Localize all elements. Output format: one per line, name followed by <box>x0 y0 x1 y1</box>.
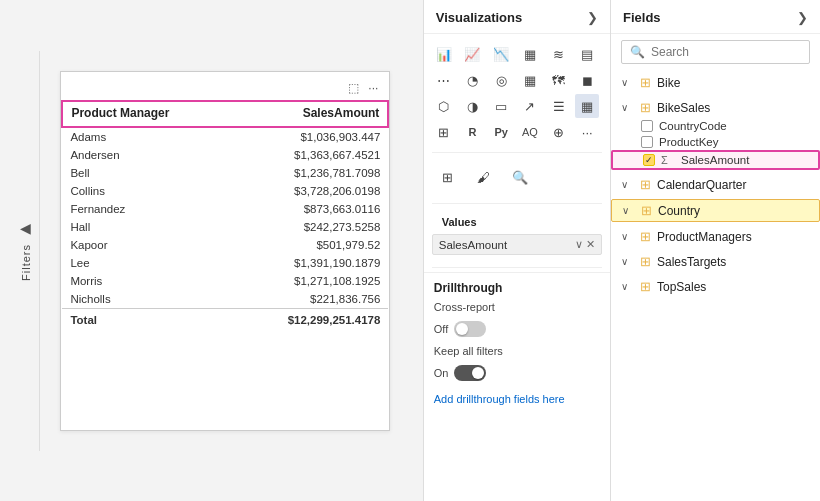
more-options-icon[interactable]: ··· <box>365 80 381 96</box>
field-group-header-productmanagers[interactable]: ∨ ⊞ ProductManagers <box>611 226 820 247</box>
viz-donut[interactable]: ◎ <box>489 68 513 92</box>
table-cell-amount: $1,036,903.447 <box>230 127 388 146</box>
viz-waterfall-chart[interactable]: ▤ <box>575 42 599 66</box>
table-row: Bell $1,236,781.7098 <box>62 164 388 182</box>
table-cell-amount: $1,391,190.1879 <box>230 254 388 272</box>
viz-r-script[interactable]: R <box>460 120 484 144</box>
field-group-topsales: ∨ ⊞ TopSales <box>611 274 820 299</box>
viz-funnel[interactable]: ⬡ <box>432 94 456 118</box>
group-label: CalendarQuarter <box>657 178 746 192</box>
field-item-countrycode[interactable]: CountryCode <box>611 118 820 134</box>
sigma-icon: Σ <box>661 154 675 166</box>
field-group-productmanagers: ∨ ⊞ ProductManagers <box>611 224 820 249</box>
viz-kpi[interactable]: ↗ <box>518 94 542 118</box>
filters-sidebar: ◀ Filters <box>12 51 40 451</box>
visualizations-arrow[interactable]: ❯ <box>587 10 598 25</box>
cross-report-toggle[interactable] <box>454 321 486 337</box>
viz-format-icon[interactable]: 🖌 <box>468 161 500 193</box>
field-group-header-calendarquarter[interactable]: ∨ ⊞ CalendarQuarter <box>611 174 820 195</box>
viz-aq[interactable]: AQ <box>518 120 542 144</box>
viz-line-chart[interactable]: 📉 <box>489 42 513 66</box>
field-group-header-country[interactable]: ∨ ⊞ Country <box>611 199 820 222</box>
viz-python[interactable]: Py <box>489 120 513 144</box>
field-item-salesamount[interactable]: ✓ Σ SalesAmount <box>611 150 820 170</box>
values-label: Values <box>432 212 602 230</box>
field-group-header-bike[interactable]: ∨ ⊞ Bike <box>611 72 820 93</box>
filters-label: Filters <box>20 244 32 281</box>
field-group-header-topsales[interactable]: ∨ ⊞ TopSales <box>611 276 820 297</box>
viz-matrix[interactable]: ⊞ <box>432 120 456 144</box>
viz-area-chart[interactable]: ▦ <box>518 42 542 66</box>
table-cell-name: Adams <box>62 127 230 146</box>
field-checkbox: ✓ <box>643 154 655 166</box>
field-group-header-salestargets[interactable]: ∨ ⊞ SalesTargets <box>611 251 820 272</box>
keep-filters-label-row: Keep all filters <box>434 345 600 357</box>
viz-ribbon-chart[interactable]: ≋ <box>547 42 571 66</box>
field-group-bikesales: ∨ ⊞ BikeSales CountryCode ProductKey ✓ Σ… <box>611 95 820 172</box>
table-cell-amount: $3,728,206.0198 <box>230 182 388 200</box>
values-tag[interactable]: SalesAmount ∨ ✕ <box>432 234 602 255</box>
table-row: Fernandez $873,663.0116 <box>62 200 388 218</box>
keep-filters-toggle[interactable] <box>454 365 486 381</box>
viz-fields-icon[interactable]: ⊞ <box>432 161 464 193</box>
filters-collapse-arrow[interactable]: ◀ <box>20 220 31 236</box>
viz-filled-map[interactable]: ◼ <box>575 68 599 92</box>
table-cell-name: Kapoor <box>62 236 230 254</box>
table-cell-name: Hall <box>62 218 230 236</box>
field-label: CountryCode <box>659 120 727 132</box>
table-cell-name: Andersen <box>62 146 230 164</box>
search-input[interactable] <box>651 45 801 59</box>
field-checkbox <box>641 120 653 132</box>
viz-analytics-icon[interactable]: 🔍 <box>504 161 536 193</box>
group-label: Country <box>658 204 700 218</box>
table-row: Hall $242,273.5258 <box>62 218 388 236</box>
group-label: TopSales <box>657 280 706 294</box>
data-table: Product Manager SalesAmount Adams $1,036… <box>61 100 389 329</box>
group-label: SalesTargets <box>657 255 726 269</box>
add-drillthrough-button[interactable]: Add drillthrough fields here <box>434 389 600 409</box>
table-cell-amount: $1,236,781.7098 <box>230 164 388 182</box>
viz-map[interactable]: 🗺 <box>547 68 571 92</box>
table-cell-name: Fernandez <box>62 200 230 218</box>
viz-more[interactable]: ··· <box>575 120 599 144</box>
field-group-header-bikesales[interactable]: ∨ ⊞ BikeSales <box>611 97 820 118</box>
viz-column-chart[interactable]: 📈 <box>460 42 484 66</box>
search-box[interactable]: 🔍 <box>621 40 810 64</box>
viz-treemap[interactable]: ▦ <box>518 68 542 92</box>
viz-table[interactable]: ▦ <box>575 94 599 118</box>
values-chevron-icon[interactable]: ∨ <box>575 238 583 251</box>
viz-pie[interactable]: ◔ <box>460 68 484 92</box>
drillthrough-section: Drillthrough Cross-report Off Keep all f… <box>424 272 610 417</box>
total-label: Total <box>62 308 230 329</box>
values-remove-icon[interactable]: ✕ <box>586 238 595 251</box>
table-row: Andersen $1,363,667.4521 <box>62 146 388 164</box>
viz-slicer[interactable]: ☰ <box>547 94 571 118</box>
chevron-icon: ∨ <box>621 256 633 267</box>
field-label: ProductKey <box>659 136 718 148</box>
table-row: Adams $1,036,903.447 <box>62 127 388 146</box>
table-cell-name: Collins <box>62 182 230 200</box>
viz-scatter[interactable]: ⋯ <box>432 68 456 92</box>
table-cell-name: Morris <box>62 272 230 290</box>
viz-card[interactable]: ▭ <box>489 94 513 118</box>
expand-icon[interactable]: ⬚ <box>345 80 361 96</box>
keep-filters-toggle-row: On <box>434 365 600 381</box>
viz-gauge[interactable]: ◑ <box>460 94 484 118</box>
table-icon: ⊞ <box>637 229 653 244</box>
viz-divider-1 <box>432 152 602 153</box>
table-cell-amount: $242,273.5258 <box>230 218 388 236</box>
viz-decomp[interactable]: ⊕ <box>547 120 571 144</box>
field-item-productkey[interactable]: ProductKey <box>611 134 820 150</box>
chevron-icon: ∨ <box>621 102 633 113</box>
cross-report-toggle-row: Off <box>434 321 600 337</box>
keep-filters-state: On <box>434 367 449 379</box>
viz-bar-chart[interactable]: 📊 <box>432 42 456 66</box>
fields-header: Fields ❯ <box>611 0 820 34</box>
visualizations-title: Visualizations <box>436 10 522 25</box>
fields-arrow[interactable]: ❯ <box>797 10 808 25</box>
table-icon: ⊞ <box>637 279 653 294</box>
table-cell-amount: $221,836.756 <box>230 290 388 309</box>
card-topbar: ⬚ ··· <box>61 80 389 100</box>
field-group-salestargets: ∨ ⊞ SalesTargets <box>611 249 820 274</box>
keep-filters-label: Keep all filters <box>434 345 504 357</box>
